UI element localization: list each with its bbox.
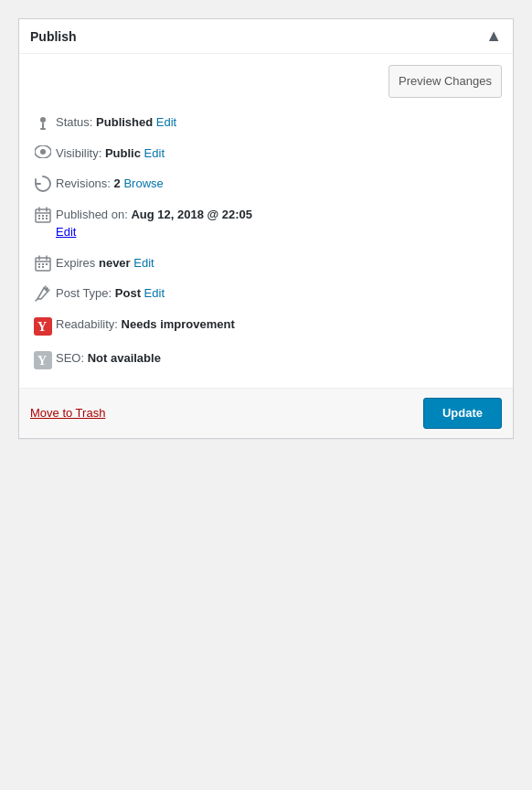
svg-point-27 [45, 287, 48, 291]
widget-header: Publish ▲ [19, 19, 513, 54]
calendar-icon [30, 207, 56, 223]
post-type-edit-link[interactable]: Edit [144, 286, 165, 300]
visibility-text: Visibility: Public Edit [56, 144, 502, 163]
svg-rect-13 [42, 218, 44, 219]
visibility-value: Public [105, 146, 141, 160]
readability-value: Needs improvement [122, 317, 235, 331]
svg-rect-14 [46, 218, 48, 219]
expires-edit-link[interactable]: Edit [133, 256, 154, 270]
published-on-edit-link[interactable]: Edit [56, 225, 76, 239]
revisions-browse-link[interactable]: Browse [123, 176, 163, 190]
readability-label: Readability: [56, 317, 122, 331]
seo-row: Y SEO: Not available [30, 343, 502, 377]
seo-label: SEO: [56, 351, 88, 365]
published-on-value: Aug 12, 2018 @ 22:05 [131, 208, 252, 221]
svg-rect-19 [38, 263, 40, 265]
status-label: Status: [56, 115, 96, 129]
svg-line-26 [36, 299, 37, 301]
svg-rect-10 [42, 215, 44, 217]
seo-text: SEO: Not available [56, 349, 502, 368]
expires-icon [30, 255, 56, 272]
status-icon [30, 114, 56, 131]
visibility-icon [30, 145, 56, 158]
readability-row: Y Readability: Needs improvement [30, 309, 502, 343]
post-type-label: Post Type: [56, 286, 115, 300]
svg-rect-22 [38, 266, 40, 268]
published-on-text: Published on: Aug 12, 2018 @ 22:05 [56, 206, 252, 224]
revisions-value: 2 [114, 176, 121, 190]
post-type-row: Post Type: Post Edit [30, 278, 502, 309]
svg-rect-20 [42, 263, 44, 265]
expires-label: Expires [56, 256, 99, 270]
update-button[interactable]: Update [423, 398, 502, 430]
published-on-first-line: Published on: Aug 12, 2018 @ 22:05 [30, 206, 252, 224]
svg-rect-9 [38, 215, 40, 217]
widget-body: Preview Changes Status: Published Edit [19, 54, 513, 388]
preview-changes-button[interactable]: Preview Changes [388, 65, 502, 98]
svg-point-0 [40, 117, 46, 123]
svg-rect-2 [40, 128, 46, 130]
published-on-row: Published on: Aug 12, 2018 @ 22:05 Edit [30, 199, 502, 248]
status-text: Status: Published Edit [56, 113, 502, 132]
visibility-row: Visibility: Public Edit [30, 138, 502, 169]
expires-value: never [99, 256, 131, 270]
info-rows: Status: Published Edit Visibility: Publi… [30, 107, 502, 377]
svg-text:Y: Y [37, 320, 47, 334]
status-row: Status: Published Edit [30, 107, 502, 138]
collapse-icon[interactable]: ▲ [485, 27, 502, 46]
svg-rect-21 [46, 263, 48, 265]
widget-footer: Move to Trash Update [19, 388, 513, 439]
status-edit-link[interactable]: Edit [156, 115, 176, 129]
svg-point-4 [40, 149, 46, 155]
post-type-value: Post [115, 286, 141, 300]
svg-rect-1 [42, 123, 44, 129]
svg-rect-23 [42, 266, 44, 268]
visibility-label: Visibility: [56, 146, 105, 160]
revisions-text: Revisions: 2 Browse [56, 175, 502, 193]
published-on-label: Published on: [56, 208, 131, 221]
post-type-icon [30, 285, 56, 302]
readability-icon: Y [30, 316, 56, 336]
visibility-edit-link[interactable]: Edit [144, 146, 165, 160]
post-type-text: Post Type: Post Edit [56, 284, 502, 303]
seo-icon: Y [30, 350, 56, 370]
expires-text: Expires never Edit [56, 254, 502, 272]
published-on-edit-area: Edit [30, 223, 76, 241]
svg-rect-12 [38, 218, 40, 219]
preview-row: Preview Changes [30, 54, 502, 107]
revisions-icon [30, 176, 56, 192]
revisions-row: Revisions: 2 Browse [30, 168, 502, 199]
svg-text:Y: Y [37, 354, 47, 368]
revisions-label: Revisions: [56, 176, 114, 190]
status-value: Published [96, 115, 153, 129]
readability-text: Readability: Needs improvement [56, 315, 502, 334]
widget-title: Publish [30, 29, 77, 44]
svg-rect-11 [46, 215, 48, 217]
publish-widget: Publish ▲ Preview Changes Status: Publis [18, 18, 514, 439]
expires-row: Expires never Edit [30, 248, 502, 279]
move-to-trash-button[interactable]: Move to Trash [30, 406, 105, 420]
seo-value: Not available [88, 351, 161, 365]
